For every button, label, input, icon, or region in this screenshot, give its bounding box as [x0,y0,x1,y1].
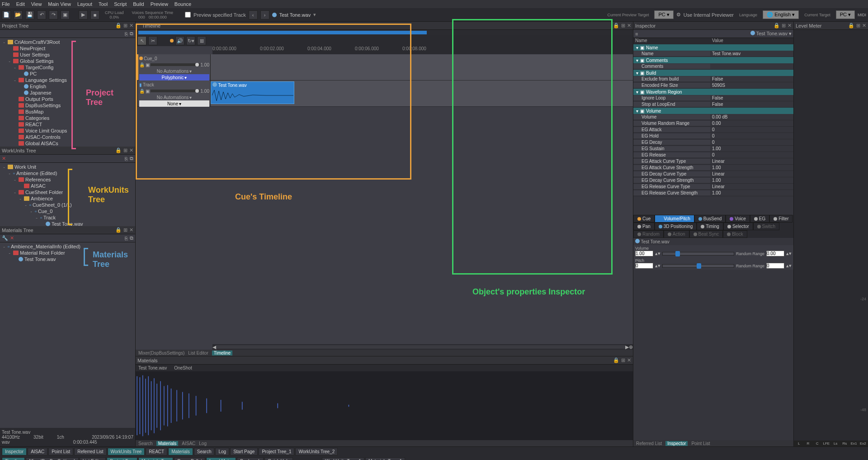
list-icon[interactable]: ≡ [635,31,638,37]
pitch-slider[interactable] [662,264,734,268]
redo-icon[interactable]: ↷ [49,10,58,19]
tab-list editor[interactable]: List Editor [188,351,208,356]
menu-script[interactable]: Script [114,1,127,7]
tree-item[interactable]: -CueSheet Folder [0,189,135,195]
tab-timeline[interactable]: Timeline [212,351,232,356]
undo-icon[interactable]: ↶ [37,10,46,19]
track-header[interactable]: ▮Track 🔒▣1.00 No Automations ▾ None ▾ [138,81,211,106]
lock-icon[interactable]: 🔒 [115,227,122,233]
volume-rr-input[interactable] [766,251,784,256]
close-icon[interactable]: ✕ [627,23,631,28]
preview-target-dropdown[interactable]: PC ▾ [654,10,673,19]
status-parampallet[interactable]: ParamPallet [174,457,205,460]
tree-item[interactable]: -Ambience [0,195,135,202]
tab-materials[interactable]: Materials [156,441,179,446]
status-materials-tree[interactable]: Materials Tree [138,457,173,460]
timeline-area[interactable]: ↖ ✂ 🔊 ↻▾ ⊞ 0:00:00.0000:00:02.0000:00:04… [136,35,633,350]
status-inspector[interactable]: Inspector [2,448,27,455]
close-icon[interactable]: ✕ [129,227,133,233]
tab-point-list[interactable]: Point List [691,441,710,446]
tree-item[interactable]: Global AISACs [0,140,135,147]
prev-icon[interactable]: ‹ [249,10,258,19]
inspector-row[interactable]: Stop at LoopEndFalse [633,101,793,108]
tree-item[interactable]: -▫Ambience (Edited) [0,170,135,176]
menu-view[interactable]: View [31,1,42,7]
status-start-page[interactable]: Start Page [230,448,258,455]
status-list-editor[interactable]: List Editor [80,457,106,460]
tree-item[interactable]: -Global Settings [0,58,135,64]
status-materials-tree_1[interactable]: Materials Tree_1 [365,457,405,460]
inspector-tab-switch[interactable]: Switch [753,223,779,230]
inspector-properties[interactable]: ▾▣ NameNameTest Tone.wav▾▣ CommentsComme… [633,44,793,215]
center-tabs[interactable]: Mixer(DspBusSettings)List EditorTimeline [136,350,633,356]
status-project-tree[interactable]: Project Tree [107,457,137,460]
status-level-meter[interactable]: Level Meter [206,457,236,460]
lock-icon[interactable]: 🔒 [848,23,854,28]
menu-layout[interactable]: Layout [77,1,92,7]
inspector-tab-action[interactable]: Action [664,230,689,238]
tree-item[interactable]: -References [0,176,135,183]
inspector-tab-random[interactable]: Random [633,230,664,238]
status-materials[interactable]: Materials [168,448,193,455]
volume-input[interactable] [635,251,653,256]
lock-icon[interactable]: 🔒 [613,23,619,28]
inspector-tab-cue[interactable]: Cue [633,215,655,223]
cue-header[interactable]: Cue_0 🔒▣1.00 No Automations ▾ Polyphonic… [138,54,211,80]
inspector-section[interactable]: ▾▣ Build [633,70,793,76]
chain-icon[interactable]: ⧉ [130,235,133,241]
link-icon[interactable]: ⎘ [125,236,128,241]
arrow-tool-icon[interactable]: ↖ [137,36,146,45]
save-icon[interactable]: 💾 [25,10,34,19]
settings-icon[interactable]: ⊞ [123,227,127,233]
inspector-row[interactable]: Volume0.00 dB [633,114,793,120]
search-tabs[interactable]: SearchMaterialsAISACLog [136,440,633,446]
tree-item[interactable]: -Language Settings [0,77,135,83]
tree-item[interactable]: NewProject [0,45,135,52]
inspector-row[interactable]: EG Hold0 [633,133,793,139]
tree-item[interactable]: Voice Limit Groups [0,128,135,134]
play-icon[interactable]: ▶ [79,10,88,19]
gear-icon[interactable]: ⚙ [676,12,681,18]
status-search[interactable]: Search [194,448,215,455]
open-icon[interactable]: 📂 [14,10,23,19]
inspector-row[interactable]: EG Release Curve TypeLinear [633,184,793,190]
status-workunits-tree_1[interactable]: WorkUnits Tree_1 [322,457,364,460]
inspector-row[interactable]: EG Decay0 [633,139,793,146]
inspector-row[interactable]: EG Decay Curve Strength1.00 [633,177,793,184]
inspector-row[interactable]: EG Attack0 [633,127,793,133]
tree-item[interactable]: User Settings [0,52,135,58]
dropdown-icon[interactable]: ▾ [313,12,316,18]
new-icon[interactable]: 📄 [2,10,11,19]
inspector-tab-block[interactable]: Block [723,230,747,238]
status-timeline[interactable]: Timeline [2,457,25,460]
inspector-tab-filter[interactable]: Filter [769,215,793,223]
inspector-tab-timing[interactable]: Timing [697,223,723,230]
lock-icon[interactable]: 🔒 [613,357,619,363]
inspector-row[interactable]: Comments [633,63,793,70]
tree-item[interactable]: English [0,83,135,90]
status-bookmark[interactable]: Bookmark [237,457,264,460]
tab-inspector[interactable]: Inspector [665,441,688,446]
inspector-tabs[interactable]: CueVolume/PitchBusSendVoiceEGFilterPan3D… [633,215,793,238]
close-icon[interactable]: ✕ [627,357,631,363]
tree-item[interactable]: PC [0,71,135,77]
close-icon[interactable]: ✕ [788,23,792,28]
tree-item[interactable]: Categories [0,115,135,121]
pitch-input[interactable] [635,263,653,269]
status-mixer-dspbussettings-[interactable]: Mixer(DspBusSettings) [26,457,78,460]
menu-edit[interactable]: Edit [16,1,25,7]
status-quick-help[interactable]: Quick Help [264,457,293,460]
inspector-tab-bussend[interactable]: BusSend [694,215,726,223]
inspector-tab-selector[interactable]: Selector [723,223,753,230]
status-workunits-tree_2[interactable]: WorkUnits Tree_2 [295,448,338,455]
h-scrollbar[interactable]: ◀▶⊕ [212,344,633,350]
status-referred-list[interactable]: Referred List [74,448,106,455]
inspector-tab-beat-sync[interactable]: Beat Sync [689,230,723,238]
tree-item[interactable]: -Work Unit [0,164,135,170]
status-workunits-tree[interactable]: WorkUnits Tree [108,448,145,455]
build-icon[interactable]: ▣ [61,10,70,19]
tree-item[interactable]: -CriAtomCraftV3Root [0,39,135,45]
current-target-dropdown[interactable]: PC ▾ [836,10,855,19]
chain-icon[interactable]: ⧉ [130,31,133,37]
status-bar-1[interactable]: InspectorAISACPoint ListReferred ListWor… [0,446,868,460]
